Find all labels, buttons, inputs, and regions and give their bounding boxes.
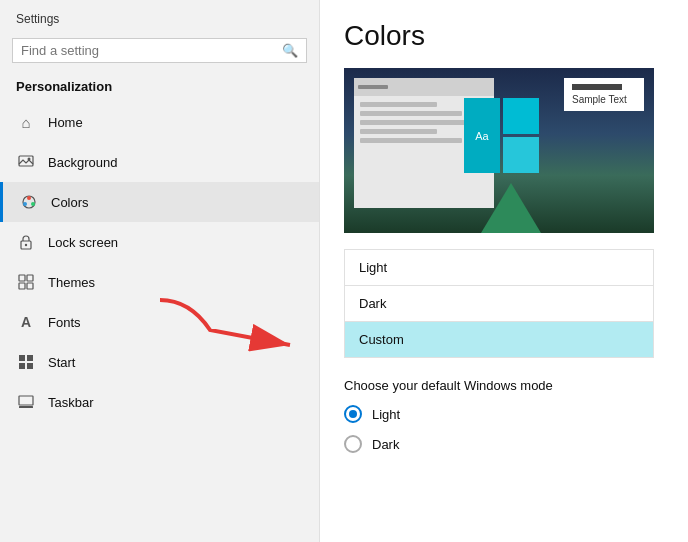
radio-circle-light: [344, 405, 362, 423]
preview-sample-text-header: [572, 84, 622, 90]
svg-point-5: [23, 202, 27, 206]
themes-icon: [16, 272, 36, 292]
colors-icon: [19, 192, 39, 212]
svg-rect-9: [27, 275, 33, 281]
svg-rect-12: [19, 355, 25, 361]
sidebar-item-colors[interactable]: Colors: [0, 182, 319, 222]
main-content: Colors Aa Sample T: [320, 0, 688, 542]
sidebar-item-start-label: Start: [48, 355, 75, 370]
personalization-label: Personalization: [0, 73, 319, 102]
svg-rect-0: [19, 156, 33, 166]
start-icon: [16, 352, 36, 372]
preview-line-5: [360, 138, 462, 143]
sidebar-item-colors-label: Colors: [51, 195, 89, 210]
tile-main: Aa: [464, 98, 500, 173]
svg-rect-13: [27, 355, 33, 361]
radio-group-windows-mode: Light Dark: [344, 405, 664, 453]
preview-panel-header: [354, 78, 494, 96]
app-title: Settings: [0, 0, 319, 34]
mode-item-dark-label: Dark: [359, 296, 386, 311]
svg-rect-11: [27, 283, 33, 289]
preview-line-1: [360, 102, 437, 107]
taskbar-icon: [16, 392, 36, 412]
preview-header-bar: [358, 85, 388, 89]
preview-sample-text-box: Sample Text: [564, 78, 644, 111]
svg-rect-8: [19, 275, 25, 281]
search-icon: 🔍: [282, 43, 298, 58]
mode-item-custom-label: Custom: [359, 332, 404, 347]
search-bar[interactable]: 🔍: [12, 38, 307, 63]
page-title: Colors: [344, 20, 664, 52]
svg-point-3: [27, 196, 31, 200]
mode-item-light[interactable]: Light: [345, 250, 653, 286]
radio-label-light: Light: [372, 407, 400, 422]
radio-item-dark[interactable]: Dark: [344, 435, 664, 453]
sidebar-item-themes[interactable]: Themes: [0, 262, 319, 302]
preview-line-4: [360, 129, 437, 134]
radio-circle-dark: [344, 435, 362, 453]
sidebar: Settings 🔍 Personalization ⌂ Home Backgr…: [0, 0, 320, 542]
svg-point-1: [28, 158, 31, 161]
sidebar-item-background[interactable]: Background: [0, 142, 319, 182]
svg-rect-15: [27, 363, 33, 369]
windows-mode-section-title: Choose your default Windows mode: [344, 378, 664, 393]
preview-tiles: Aa: [464, 98, 539, 173]
sidebar-item-themes-label: Themes: [48, 275, 95, 290]
sidebar-item-background-label: Background: [48, 155, 117, 170]
svg-rect-16: [19, 396, 33, 405]
svg-point-7: [25, 244, 27, 246]
svg-rect-10: [19, 283, 25, 289]
svg-rect-17: [19, 406, 33, 408]
mode-item-custom[interactable]: Custom: [345, 322, 653, 357]
sidebar-item-lockscreen-label: Lock screen: [48, 235, 118, 250]
sidebar-item-lockscreen[interactable]: Lock screen: [0, 222, 319, 262]
svg-point-4: [31, 202, 35, 206]
background-icon: [16, 152, 36, 172]
radio-dot-light: [349, 410, 357, 418]
preview-area: Aa Sample Text: [344, 68, 654, 233]
mode-item-light-label: Light: [359, 260, 387, 275]
lock-icon: [16, 232, 36, 252]
fonts-icon: A: [16, 312, 36, 332]
home-icon: ⌂: [16, 112, 36, 132]
radio-label-dark: Dark: [372, 437, 399, 452]
tile-top-right: [503, 98, 539, 134]
sidebar-item-start[interactable]: Start: [0, 342, 319, 382]
svg-rect-14: [19, 363, 25, 369]
sidebar-item-fonts[interactable]: A Fonts: [0, 302, 319, 342]
sidebar-item-taskbar-label: Taskbar: [48, 395, 94, 410]
tile-bottom-right: [503, 137, 539, 173]
sidebar-item-fonts-label: Fonts: [48, 315, 81, 330]
sidebar-item-home[interactable]: ⌂ Home: [0, 102, 319, 142]
sidebar-item-taskbar[interactable]: Taskbar: [0, 382, 319, 422]
preview-line-2: [360, 111, 462, 116]
sidebar-item-home-label: Home: [48, 115, 83, 130]
mode-list: Light Dark Custom: [344, 249, 654, 358]
mode-item-dark[interactable]: Dark: [345, 286, 653, 322]
search-input[interactable]: [21, 43, 282, 58]
radio-item-light[interactable]: Light: [344, 405, 664, 423]
preview-sample-text-label: Sample Text: [572, 94, 627, 105]
preview-line-3: [360, 120, 475, 125]
